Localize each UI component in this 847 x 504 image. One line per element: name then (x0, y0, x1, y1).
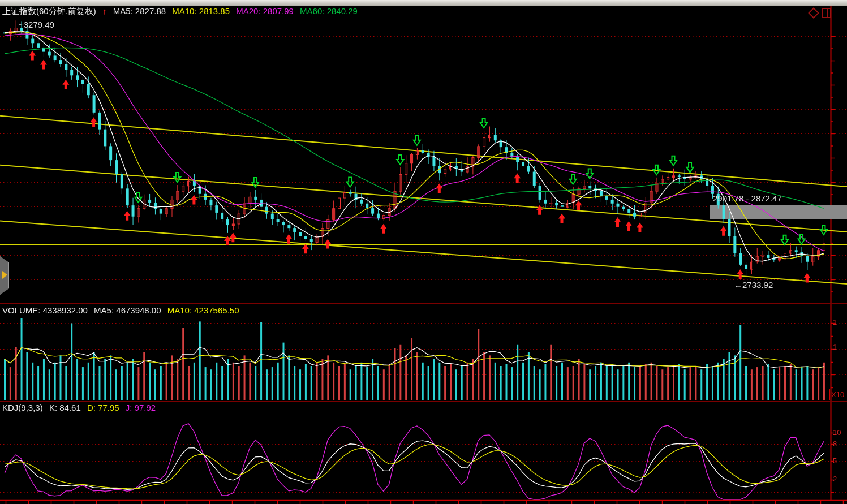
stock-chart-app: 上证指数(60分钟.前复权) ↑ MA5: 2827.88 MA10: 2813… (0, 0, 847, 504)
kdj-axis-label: 8 (833, 440, 846, 448)
kdj-axis-label: 10 (833, 428, 846, 437)
ma10-value: MA10: 2813.85 (172, 6, 230, 16)
kdj-k-value: K: 84.61 (49, 403, 81, 412)
kdj-axis-label: 2 (833, 475, 846, 483)
volume-axis-label: 1 (833, 343, 846, 351)
sidebar-expand-handle[interactable] (0, 256, 9, 295)
volume-unit-label: X10 (829, 389, 847, 400)
ma20-value: MA20: 2807.99 (236, 6, 294, 16)
window-top-strip (0, 0, 847, 6)
volume-header: VOLUME: 4338932.00 MA5: 4673948.00 MA10:… (2, 305, 243, 315)
ma60-value: MA60: 2840.29 (300, 6, 358, 16)
volume-ma5-value: MA5: 4673948.00 (94, 305, 161, 315)
chart-canvas[interactable] (0, 0, 847, 504)
gap-range-label: 2901.78 - 2872.47 (713, 193, 782, 203)
expand-arrow-icon (2, 271, 7, 279)
up-arrow-icon: ↑ (102, 6, 107, 16)
kdj-label: KDJ(9,3,3) (2, 403, 43, 412)
kdj-axis-label: 5 (833, 456, 846, 465)
peak-price-label: ~3279.49 (19, 20, 54, 29)
kdj-j-value: J: 97.92 (126, 403, 156, 412)
kdj-header: KDJ(9,3,3) K: 84.61 D: 77.95 J: 97.92 (2, 403, 160, 412)
volume-ma10-value: MA10: 4237565.50 (167, 305, 239, 315)
ma5-value: MA5: 2827.88 (113, 6, 166, 16)
split-window-icon-divider (827, 9, 828, 17)
split-window-icon[interactable] (822, 8, 831, 18)
kdj-d-value: D: 77.95 (87, 403, 119, 412)
volume-axis-label: 1 (833, 318, 846, 326)
volume-value: VOLUME: 4338932.00 (2, 305, 88, 315)
main-chart-header: 上证指数(60分钟.前复权) ↑ MA5: 2827.88 MA10: 2813… (2, 6, 362, 17)
chart-title: 上证指数(60分钟.前复权) (2, 6, 96, 16)
low-price-label: ←2733.92 (734, 280, 773, 290)
